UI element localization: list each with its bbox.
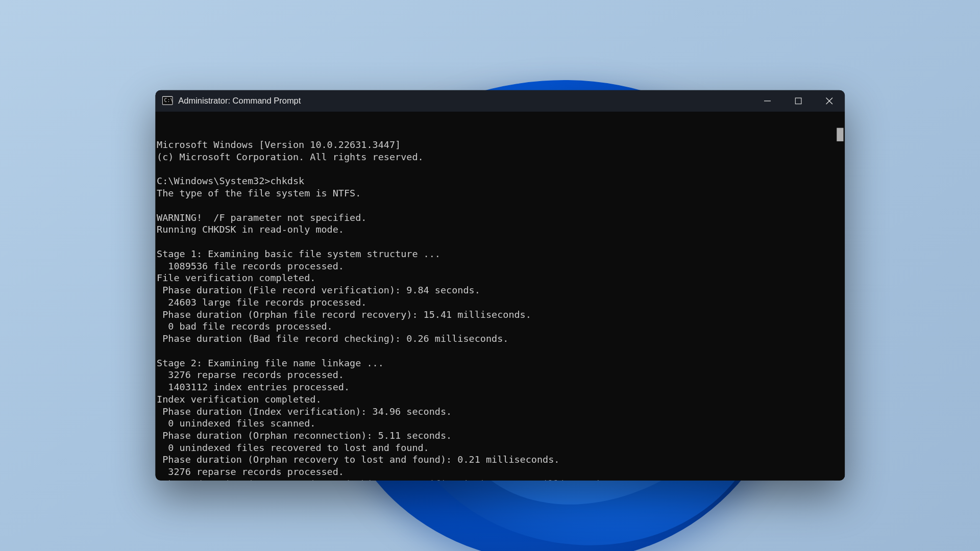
- desktop-background: C:\ Administrator: Command Prompt: [0, 0, 980, 551]
- cmd-icon: C:\: [162, 95, 173, 106]
- close-button[interactable]: [814, 90, 845, 112]
- minimize-button[interactable]: [752, 90, 783, 112]
- terminal-text: Microsoft Windows [Version 10.0.22631.34…: [157, 139, 845, 481]
- svg-text:C:\: C:\: [164, 97, 173, 103]
- maximize-button[interactable]: [783, 90, 814, 112]
- command-prompt-window: C:\ Administrator: Command Prompt: [155, 90, 845, 481]
- window-titlebar[interactable]: C:\ Administrator: Command Prompt: [155, 90, 845, 112]
- scrollbar-thumb[interactable]: [837, 128, 843, 141]
- terminal-output[interactable]: Microsoft Windows [Version 10.0.22631.34…: [155, 112, 845, 481]
- svg-rect-2: [795, 98, 801, 104]
- window-title: Administrator: Command Prompt: [178, 96, 301, 106]
- scrollbar-track[interactable]: [834, 112, 845, 481]
